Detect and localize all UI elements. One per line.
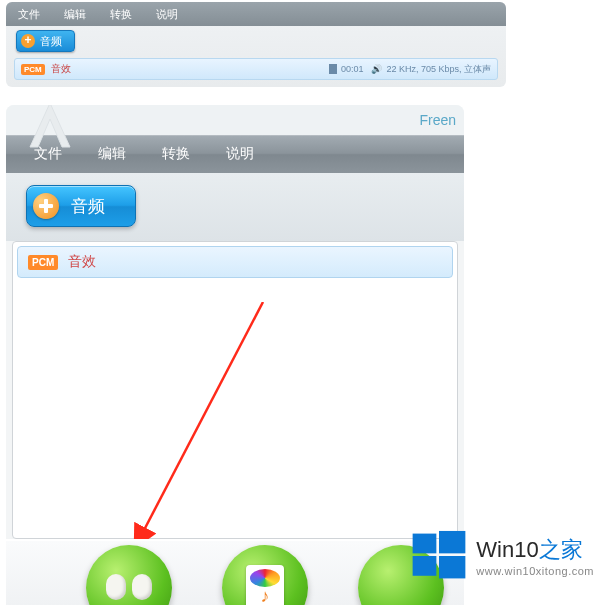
file-list: PCM 音效	[12, 241, 458, 539]
menu-file[interactable]: 文件	[12, 7, 58, 22]
menu-convert[interactable]: 转换	[104, 7, 150, 22]
plus-icon	[33, 193, 59, 219]
menu-file[interactable]: 文件	[26, 145, 90, 163]
theme-button[interactable]	[222, 545, 308, 605]
file-title: 音效	[68, 253, 96, 271]
file-duration: 00:01	[329, 64, 364, 74]
app-window-large: Freen 文件 编辑 转换 说明 音频 PCM 音效	[6, 105, 464, 539]
file-info: 🔊 22 KHz, 705 Kbps, 立体声	[371, 63, 491, 76]
watermark-brand: Win10之家	[476, 535, 594, 565]
palette-icon	[246, 565, 284, 605]
plus-icon: +	[21, 34, 35, 48]
toolbar: 音频	[6, 173, 464, 241]
annotation-arrow	[133, 302, 333, 539]
format-badge: PCM	[21, 64, 45, 75]
earbuds-icon	[104, 568, 154, 605]
svg-line-0	[143, 302, 263, 532]
add-audio-label: 音频	[71, 195, 105, 218]
file-list-item[interactable]: PCM 音效	[17, 246, 453, 278]
titlebar: Freen	[6, 105, 464, 135]
play-output-button[interactable]	[86, 545, 172, 605]
format-badge: PCM	[28, 255, 58, 270]
menu-help[interactable]: 说明	[150, 7, 196, 22]
menu-edit[interactable]: 编辑	[90, 145, 154, 163]
menubar: 文件 编辑 转换 说明	[6, 135, 464, 173]
menu-edit[interactable]: 编辑	[58, 7, 104, 22]
file-title: 音效	[51, 62, 71, 76]
menubar: 文件 编辑 转换 说明	[6, 2, 506, 26]
watermark-url: www.win10xitong.com	[476, 565, 594, 577]
app-window-small: 文件 编辑 转换 说明 + 音频 PCM 音效 00:01 🔊 22 KHz, …	[6, 2, 506, 87]
bottom-action-row	[6, 541, 464, 605]
convert-button[interactable]	[358, 545, 444, 605]
menu-help[interactable]: 说明	[218, 145, 282, 163]
add-audio-button[interactable]: 音频	[26, 185, 136, 227]
app-title: Freen	[419, 112, 456, 128]
file-list-item[interactable]: PCM 音效 00:01 🔊 22 KHz, 705 Kbps, 立体声	[14, 58, 498, 80]
add-audio-label: 音频	[40, 34, 62, 49]
document-icon	[329, 64, 337, 74]
add-audio-button[interactable]: + 音频	[16, 30, 75, 52]
menu-convert[interactable]: 转换	[154, 145, 218, 163]
